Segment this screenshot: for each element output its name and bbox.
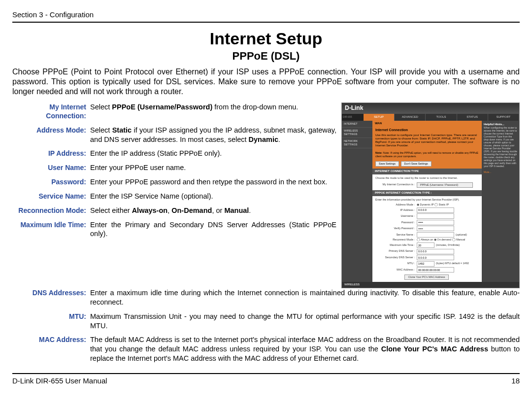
definition-row: Maximum Idle Time:Enter the Primary and …: [12, 220, 336, 239]
brand-logo: D-Link: [342, 103, 519, 114]
definition-text: Select either Always-on, On-Demand, or M…: [90, 206, 336, 215]
page-header: Section 3 - Configuration: [12, 10, 520, 23]
ict-label: My Internet Connection is :: [375, 183, 417, 186]
definition-label: User Name:: [12, 163, 90, 172]
tab-status[interactable]: STATUS: [457, 114, 488, 121]
definition-row: MTU:Maximum Transmission Unit - you may …: [12, 312, 520, 331]
sidebar-item-wireless[interactable]: WIRELESS SETTINGS: [342, 128, 372, 138]
ict-text: Choose the mode to be used by the router…: [375, 176, 479, 180]
definition-label: My Internet Connection:: [12, 103, 90, 120]
definition-row: Service Name:Enter the ISP Service Name …: [12, 192, 336, 201]
address-mode-radio[interactable]: ◉ Dynamic IP ◯ Static IP: [417, 203, 449, 206]
save-button[interactable]: Save Settings: [375, 161, 399, 167]
definition-row: Reconnection Mode:Select either Always-o…: [12, 206, 336, 215]
help-text: When configuring the router to access th…: [484, 126, 517, 168]
sidebar: INTERNET WIRELESS SETTINGS NETWORK SETTI…: [342, 121, 372, 282]
definition-label: Password:: [12, 177, 90, 187]
ic-text: Use this section to configure your Inter…: [375, 134, 477, 147]
definition-label: Reconnection Mode:: [12, 206, 90, 215]
definition-text: Enter the ISP Service Name (optional).: [90, 192, 336, 201]
idle-input[interactable]: [417, 242, 434, 248]
definition-row: IP Address:Enter the IP address (Static …: [12, 149, 336, 158]
ss-footer: WIRELESS: [342, 282, 519, 288]
definition-row: DNS Addresses:Enter a maximum idle time …: [12, 288, 520, 307]
mtu-input[interactable]: [417, 261, 434, 267]
tab-tools[interactable]: TOOLS: [426, 114, 457, 121]
reconnect-radio[interactable]: ◯ Always on ◉ On demand ◯ Manual: [417, 238, 465, 241]
ict-bar: INTERNET CONNECTION TYPE: [372, 169, 482, 174]
sidebar-item-network[interactable]: NETWORK SETTINGS: [342, 138, 372, 148]
definition-text: Enter your PPPoE password and then retyp…: [90, 177, 336, 187]
definition-label: Maximum Idle Time:: [12, 220, 90, 239]
page-footer: D-Link DIR-655 User Manual 18: [12, 373, 520, 386]
definition-list: My Internet Connection:Select PPPoE (Use…: [12, 103, 336, 243]
mac-input[interactable]: [417, 267, 454, 273]
pdns-input[interactable]: [417, 249, 454, 254]
vpass-input[interactable]: [417, 226, 454, 231]
pass-input[interactable]: [417, 220, 454, 225]
definition-row: User Name:Enter your PPPoE user name.: [12, 163, 336, 172]
nav-tabs: DIR-655 SETUP ADVANCED TOOLS STATUS SUPP…: [342, 114, 519, 121]
router-screenshot: D-Link DIR-655 SETUP ADVANCED TOOLS STAT…: [341, 103, 520, 288]
footer-left: D-Link DIR-655 User Manual: [12, 376, 107, 386]
sidebar-item-internet[interactable]: INTERNET: [342, 121, 372, 128]
pict-text: Enter the information provided by your I…: [375, 198, 479, 202]
intro-paragraph: Choose PPPoE (Point to Point Protocol ov…: [12, 67, 520, 97]
definition-text: Enter a maximum idle time during which t…: [90, 288, 520, 307]
definition-text: Enter your PPPoE user name.: [90, 163, 336, 172]
clone-mac-button[interactable]: Clone Your PC's MAC Address: [404, 274, 448, 280]
page-subtitle: PPPoE (DSL): [12, 49, 520, 64]
definition-text: Select Static if your ISP assigned you t…: [90, 126, 336, 144]
wan-bar: WAN: [372, 121, 482, 127]
help-title: Helpful Hints...: [484, 123, 504, 126]
definition-row: Address Mode:Select Static if your ISP a…: [12, 126, 336, 144]
definition-text: Maximum Transmission Unit - you may need…: [90, 312, 520, 331]
ip-input[interactable]: [417, 207, 454, 213]
definition-list-full: DNS Addresses:Enter a maximum idle time …: [12, 288, 520, 363]
pict-bar: PPPOE INTERNET CONNECTION TYPE :: [372, 190, 482, 196]
user-input[interactable]: [417, 213, 454, 219]
definition-label: MTU:: [12, 312, 90, 331]
page-number: 18: [511, 376, 520, 386]
tab-setup[interactable]: SETUP: [364, 114, 395, 121]
sname-input[interactable]: [417, 232, 454, 238]
definition-label: Address Mode:: [12, 126, 90, 144]
tab-advanced[interactable]: ADVANCED: [395, 114, 426, 121]
definition-label: DNS Addresses:: [12, 288, 90, 307]
definition-row: MAC Address:The default MAC Address is s…: [12, 335, 520, 363]
dont-save-button[interactable]: Don't Save Settings: [401, 161, 432, 167]
sdns-input[interactable]: [417, 255, 454, 260]
definition-row: Password:Enter your PPPoE password and t…: [12, 177, 336, 187]
ic-title: Internet Connection: [375, 128, 479, 132]
ic-note: Note: If using the PPPoE option, you wil…: [375, 151, 478, 158]
definition-text: Enter the IP address (Static PPPoE only)…: [90, 149, 336, 158]
page-title: Internet Setup: [12, 28, 520, 49]
definition-label: IP Address:: [12, 149, 90, 158]
definition-text: The default MAC Address is set to the In…: [90, 335, 520, 363]
definition-label: Service Name:: [12, 192, 90, 201]
help-panel: Helpful Hints... When configuring the ro…: [482, 121, 519, 282]
definition-text: Select PPPoE (Username/Password) from th…: [90, 103, 336, 120]
help-more-link[interactable]: More...: [484, 171, 492, 173]
definition-row: My Internet Connection:Select PPPoE (Use…: [12, 103, 336, 120]
internet-connection-panel: Internet Connection Use this section to …: [372, 126, 482, 168]
definition-text: Enter the Primary and Secondary DNS Serv…: [90, 220, 336, 239]
tab-support[interactable]: SUPPORT: [488, 114, 519, 121]
connection-select[interactable]: PPPoE (Username / Password): [417, 182, 473, 188]
definition-label: MAC Address:: [12, 335, 90, 363]
